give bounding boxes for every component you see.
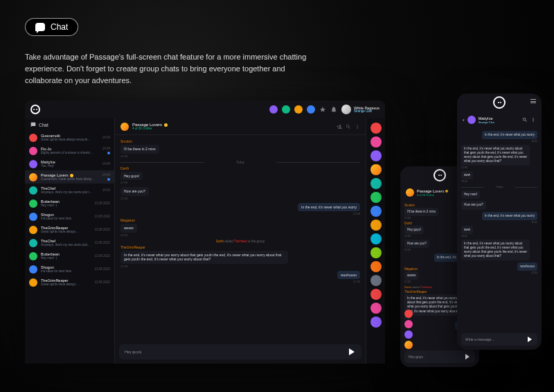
chat-list-row[interactable]: TheChefAnyways, that's my two cents plot… [25, 236, 114, 249]
add-user-icon[interactable] [337, 124, 342, 130]
send-icon[interactable] [528, 337, 535, 342]
current-user-badge[interactable]: White Pegasus Strange Clan [341, 105, 379, 114]
chat-row-time: 13.08.2022 [94, 241, 110, 244]
member-avatar[interactable] [370, 123, 382, 134]
member-avatar[interactable] [370, 206, 382, 217]
chat-icon [30, 122, 36, 127]
chat-list-row[interactable]: ButterbeanHey man! :)13.08.2022 [25, 197, 114, 210]
member-avatar[interactable] [370, 261, 382, 272]
message-text: In the end, it's never what you worry ab… [124, 253, 285, 262]
message-text: aww [464, 173, 470, 177]
topbar-friend-avatar[interactable] [282, 105, 290, 114]
member-avatar[interactable] [370, 150, 382, 161]
member-avatar[interactable] [370, 247, 382, 258]
chat-sidebar: Chat GuacamoltiGreat spirits have always… [25, 118, 115, 364]
message-incoming[interactable]: In the end, it's never what you worry ab… [461, 145, 537, 169]
message-text: How are you? [464, 203, 483, 207]
message-own[interactable]: woohoooo12:04 [461, 262, 537, 274]
chat-row-time: 13.08.2022 [94, 215, 110, 218]
topbar-friend-avatar[interactable] [269, 105, 278, 114]
passage-logo-icon[interactable] [30, 105, 40, 114]
member-avatar[interactable] [370, 192, 382, 203]
member-avatar[interactable] [370, 178, 382, 189]
chat-row-time: 14:04 [102, 162, 110, 166]
message-incoming[interactable]: Hey man! [461, 190, 537, 199]
more-icon[interactable] [355, 124, 360, 130]
menu-icon[interactable] [530, 99, 536, 103]
chat-list-row[interactable]: Flo-JoEighty percent of success is showi… [25, 144, 114, 157]
message-incoming[interactable]: TheGrimReaperIn the end, it's never what… [120, 245, 360, 268]
app-topbar: White Pegasus Strange Clan [25, 100, 385, 118]
chat-list-row[interactable]: TheChefAnyways, that's my two cents plot… [25, 184, 114, 197]
message-incoming[interactable]: How are you?22:03 [120, 187, 360, 200]
message-own[interactable]: woohoooo22:03 [120, 271, 360, 284]
more-icon[interactable] [530, 117, 536, 123]
message-own[interactable]: In the end, it's never what you worry10:… [461, 131, 537, 143]
member-avatar[interactable] [404, 341, 413, 349]
chat-list-row[interactable]: Passage LoversGuacamolti: Great spirits … [25, 170, 114, 184]
chat-row-preview: Anyways, that's my two cents plot t… [41, 243, 91, 247]
day-divider: Today [120, 161, 360, 164]
send-icon[interactable] [349, 348, 358, 355]
back-icon[interactable]: ‹ [463, 117, 465, 123]
message-time: 19:45 [461, 235, 537, 238]
topbar-friend-avatar[interactable] [307, 105, 315, 114]
chat-list-row[interactable]: ShogunInit ideas for next time13.08.2022 [25, 262, 114, 276]
chat-feature-pill: Chat [25, 18, 78, 36]
message-incoming[interactable]: SmokinI'll be there in 2 mins22:03 [120, 139, 360, 158]
member-avatar[interactable] [404, 330, 413, 339]
message-text: How are you? [124, 189, 145, 194]
message-incoming[interactable]: How are you? [461, 201, 537, 209]
member-avatar[interactable] [404, 320, 413, 328]
chat-list-row[interactable]: MattyIceYou: Hey!14:04 [25, 157, 114, 170]
passage-logo-icon[interactable] [434, 169, 446, 181]
search-icon[interactable] [346, 124, 351, 130]
message-incoming[interactable]: Megatronawww22:03 [120, 218, 360, 237]
message-incoming[interactable]: aww19:45 [461, 226, 537, 238]
chat-row-preview: Init ideas for next time [41, 269, 91, 273]
star-icon[interactable] [319, 106, 326, 113]
chat-list-row[interactable]: TheGrimReaperGreat spirits have always…1… [25, 276, 114, 289]
topbar-friend-avatar[interactable] [294, 105, 303, 114]
message-input[interactable]: Hey guys| [119, 344, 361, 359]
message-incoming[interactable]: In the end, it's never what you worry ab… [461, 240, 537, 260]
message-own[interactable]: In the end, it's never what you worry10:… [461, 212, 537, 224]
message-time: 22:03 [120, 154, 360, 158]
member-avatar[interactable] [370, 275, 382, 286]
message-input[interactable]: Hey guys [404, 350, 475, 363]
input-text-value: Hey guys [409, 355, 463, 359]
message-own[interactable]: In the end, it's never what you worry22:… [120, 203, 360, 216]
chat-list-row[interactable]: ButterbeanHey man! :)13.08.2022 [25, 249, 114, 262]
member-avatar[interactable] [370, 289, 382, 300]
chat-list-row[interactable]: GuacamoltiGreat spirits have always enco… [25, 131, 114, 144]
member-avatar[interactable] [370, 164, 382, 175]
message-text: Hey man! [464, 193, 477, 197]
message-incoming[interactable]: DarthHey guys!22:03 [120, 166, 360, 185]
chat-list-row[interactable]: TheGrimReaperGreat spirits have always…1… [25, 223, 114, 236]
member-avatar[interactable] [370, 317, 382, 328]
message-input[interactable]: Write a message… [461, 333, 537, 346]
chat-row-preview: You: Hey! [41, 164, 99, 168]
message-text: awww [124, 226, 134, 231]
member-avatar[interactable] [404, 310, 413, 318]
verified-icon [164, 123, 168, 127]
chat-panel: Passage Lovers 4 of 20 Online SmokinI'll… [115, 118, 366, 364]
bell-icon[interactable] [330, 106, 337, 113]
member-avatar[interactable] [370, 136, 382, 148]
chat-bubble-icon [35, 23, 45, 31]
verified-icon [445, 190, 448, 193]
member-avatar[interactable] [370, 233, 382, 244]
member-avatar[interactable] [370, 220, 382, 231]
search-icon[interactable] [522, 117, 528, 123]
message-scroll[interactable]: In the end, it's never what you worry10:… [457, 128, 542, 330]
chat-title: MattyIce [479, 116, 493, 121]
message-incoming[interactable]: aww19:45 [461, 171, 537, 183]
input-placeholder: Write a message… [465, 337, 525, 341]
send-icon[interactable] [465, 354, 472, 359]
passage-logo-icon[interactable] [493, 96, 506, 109]
desktop-app-window: White Pegasus Strange Clan Chat Guacamol… [25, 100, 385, 364]
member-avatar[interactable] [370, 303, 382, 314]
system-event: Darth added TheHawk to the group [120, 240, 360, 243]
message-scroll[interactable]: SmokinI'll be there in 2 mins22:03TodayD… [115, 135, 366, 340]
chat-list-row[interactable]: ShogunInit ideas for next time13.08.2022 [25, 210, 114, 223]
